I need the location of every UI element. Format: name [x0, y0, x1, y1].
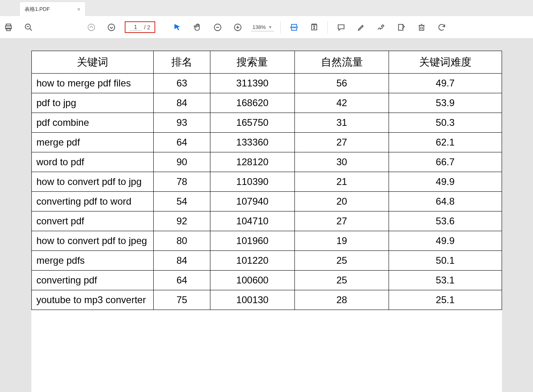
- cell-difficulty: 25.1: [389, 290, 502, 310]
- zoom-in-icon[interactable]: [231, 21, 245, 34]
- cell-rank: 84: [154, 251, 210, 271]
- close-tab-icon[interactable]: ×: [77, 6, 80, 12]
- cell-keyword: word to pdf: [31, 152, 154, 172]
- cell-difficulty: 53.1: [389, 271, 502, 290]
- cell-traffic: 25: [295, 271, 389, 290]
- cell-keyword: merge pdf: [31, 133, 154, 152]
- cell-rank: 93: [154, 113, 210, 133]
- cell-difficulty: 62.1: [389, 133, 502, 152]
- pdf-page: 关键词 排名 搜索量 自然流量 关键词难度 how to merge pdf f…: [31, 51, 502, 392]
- cell-difficulty: 66.7: [389, 152, 502, 172]
- cell-traffic: 30: [295, 152, 389, 172]
- document-tab[interactable]: 表格1.PDF ×: [19, 2, 86, 16]
- cell-keyword: pdf to jpg: [31, 93, 154, 113]
- cell-keyword: convert pdf: [31, 211, 154, 231]
- cell-traffic: 56: [295, 74, 389, 93]
- cell-volume: 311390: [210, 74, 294, 93]
- header-keyword: 关键词: [31, 51, 154, 74]
- table-row: merge pdfs841012202550.1: [31, 251, 502, 271]
- cell-traffic: 19: [295, 231, 389, 251]
- cell-keyword: how to convert pdf to jpeg: [31, 231, 154, 251]
- cell-traffic: 27: [295, 211, 389, 231]
- cell-volume: 100130: [210, 290, 294, 310]
- fit-width-icon[interactable]: [287, 21, 301, 34]
- cell-volume: 128120: [210, 152, 294, 172]
- print-icon[interactable]: [2, 21, 15, 34]
- cell-difficulty: 53.9: [389, 93, 502, 113]
- zoom-value: 138%: [253, 24, 266, 30]
- cell-volume: 110390: [210, 172, 294, 192]
- highlight-icon[interactable]: [354, 21, 368, 34]
- cell-keyword: how to convert pdf to jpg: [31, 172, 154, 192]
- svg-point-7: [108, 24, 115, 31]
- cell-difficulty: 64.8: [389, 192, 502, 211]
- cell-keyword: youtube to mp3 converter: [31, 290, 154, 310]
- cell-keyword: converting pdf: [31, 271, 154, 290]
- header-difficulty: 关键词难度: [389, 51, 502, 74]
- cell-volume: 165750: [210, 113, 294, 133]
- cell-keyword: converting pdf to word: [31, 192, 154, 211]
- page-down-icon[interactable]: [105, 21, 118, 34]
- zoom-out-icon[interactable]: [211, 21, 224, 34]
- cell-volume: 101960: [210, 231, 294, 251]
- page-indicator: / 2: [125, 21, 155, 33]
- document-viewer[interactable]: 关键词 排名 搜索量 自然流量 关键词难度 how to merge pdf f…: [0, 39, 533, 392]
- page-current-input[interactable]: [130, 24, 142, 31]
- edit-page-icon[interactable]: [395, 21, 408, 34]
- fit-page-icon[interactable]: [307, 21, 321, 34]
- pointer-tool-icon[interactable]: [171, 21, 184, 34]
- header-rank: 排名: [154, 51, 210, 74]
- svg-line-4: [30, 28, 32, 31]
- zoom-select[interactable]: 138% ▼: [251, 23, 274, 31]
- cell-rank: 64: [154, 271, 210, 290]
- page-total: / 2: [144, 24, 150, 31]
- cell-volume: 104710: [210, 211, 294, 231]
- table-row: converting pdf641006002553.1: [31, 271, 502, 290]
- sign-icon[interactable]: [375, 21, 388, 34]
- table-row: convert pdf921047102753.6: [31, 211, 502, 231]
- cell-traffic: 20: [295, 192, 389, 211]
- delete-icon[interactable]: [415, 21, 428, 34]
- cell-traffic: 28: [295, 290, 389, 310]
- cell-volume: 100600: [210, 271, 294, 290]
- table-row: converting pdf to word541079402064.8: [31, 192, 502, 211]
- divider: [280, 21, 281, 33]
- cell-rank: 80: [154, 231, 210, 251]
- header-volume: 搜索量: [210, 51, 294, 74]
- cell-traffic: 21: [295, 172, 389, 192]
- cell-rank: 63: [154, 74, 210, 93]
- cell-rank: 92: [154, 211, 210, 231]
- tab-title: 表格1.PDF: [25, 6, 50, 13]
- svg-rect-18: [398, 24, 403, 30]
- zoom-out-magnifier-icon[interactable]: [22, 21, 35, 34]
- cell-rank: 90: [154, 152, 210, 172]
- tab-bar: 表格1.PDF ×: [0, 0, 533, 16]
- table-row: pdf combine931657503150.3: [31, 113, 502, 133]
- table-row: youtube to mp3 converter751001302825.1: [31, 290, 502, 310]
- divider: [327, 21, 328, 33]
- dropdown-icon: ▼: [268, 25, 272, 29]
- cell-difficulty: 50.3: [389, 113, 502, 133]
- cell-rank: 54: [154, 192, 210, 211]
- table-row: how to convert pdf to jpg781103902149.9: [31, 172, 502, 192]
- rotate-icon[interactable]: [435, 21, 449, 34]
- cell-difficulty: 49.9: [389, 172, 502, 192]
- cell-traffic: 25: [295, 251, 389, 271]
- cell-rank: 75: [154, 290, 210, 310]
- header-traffic: 自然流量: [295, 51, 389, 74]
- table-row: pdf to jpg841686204253.9: [31, 93, 502, 113]
- table-row: how to convert pdf to jpeg801019601949.9: [31, 231, 502, 251]
- cell-rank: 78: [154, 172, 210, 192]
- hand-tool-icon[interactable]: [191, 21, 204, 34]
- cell-difficulty: 50.1: [389, 251, 502, 271]
- toolbar: / 2 138% ▼: [0, 16, 533, 39]
- cell-keyword: how to merge pdf files: [31, 74, 154, 93]
- cell-rank: 64: [154, 133, 210, 152]
- keyword-table: 关键词 排名 搜索量 自然流量 关键词难度 how to merge pdf f…: [31, 51, 502, 310]
- cell-traffic: 27: [295, 133, 389, 152]
- page-up-icon[interactable]: [84, 21, 98, 34]
- table-row: word to pdf901281203066.7: [31, 152, 502, 172]
- cell-keyword: pdf combine: [31, 113, 154, 133]
- comment-icon[interactable]: [334, 21, 348, 34]
- cell-traffic: 42: [295, 93, 389, 113]
